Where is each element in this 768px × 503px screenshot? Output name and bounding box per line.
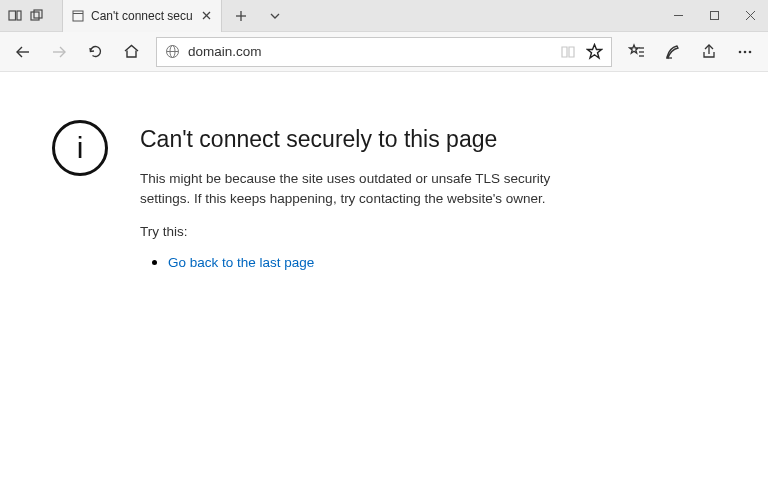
go-back-link[interactable]: Go back to the last page <box>168 255 314 270</box>
reading-view-icon[interactable] <box>560 44 576 60</box>
try-list: Go back to the last page <box>140 253 600 271</box>
svg-rect-3 <box>34 10 42 18</box>
maximize-button[interactable] <box>696 0 732 32</box>
svg-point-28 <box>749 50 752 53</box>
error-page: i Can't connect securely to this page Th… <box>0 72 768 271</box>
browser-tab[interactable]: Can't connect securely t <box>62 0 222 32</box>
address-bar[interactable]: domain.com <box>156 37 612 67</box>
info-icon-column: i <box>40 120 120 271</box>
tab-title: Can't connect securely t <box>91 9 193 23</box>
tab-close-button[interactable] <box>199 9 213 23</box>
svg-point-26 <box>739 50 742 53</box>
notes-button[interactable] <box>656 36 690 68</box>
svg-rect-0 <box>9 11 16 20</box>
error-body: This might be because the site uses outd… <box>140 169 600 208</box>
try-this-label: Try this: <box>140 224 600 239</box>
new-tab-button[interactable] <box>226 0 256 32</box>
window-controls <box>660 0 768 32</box>
refresh-button[interactable] <box>78 36 112 68</box>
show-tabs-button[interactable] <box>28 7 46 25</box>
tab-preview-button[interactable] <box>260 0 290 32</box>
share-button[interactable] <box>692 36 726 68</box>
more-button[interactable] <box>728 36 762 68</box>
svg-rect-2 <box>31 12 39 20</box>
titlebar: Can't connect securely t <box>0 0 768 32</box>
page-icon <box>71 9 85 23</box>
address-bar-actions <box>560 43 603 60</box>
close-window-button[interactable] <box>732 0 768 32</box>
info-icon: i <box>52 120 108 176</box>
error-title: Can't connect securely to this page <box>140 126 600 153</box>
back-button[interactable] <box>6 36 40 68</box>
svg-marker-19 <box>588 45 602 59</box>
favorite-star-icon[interactable] <box>586 43 603 60</box>
set-aside-tabs-button[interactable] <box>6 7 24 25</box>
svg-point-27 <box>744 50 747 53</box>
svg-rect-4 <box>73 11 83 21</box>
forward-button[interactable] <box>42 36 76 68</box>
list-item: Go back to the last page <box>168 253 600 271</box>
minimize-button[interactable] <box>660 0 696 32</box>
url-text: domain.com <box>188 44 552 59</box>
titlebar-left: Can't connect securely t <box>0 0 290 32</box>
address-bar-container: domain.com <box>156 37 612 67</box>
info-glyph: i <box>77 133 84 163</box>
error-message-column: Can't connect securely to this page This… <box>140 120 600 271</box>
toolbar: domain.com <box>0 32 768 72</box>
globe-icon <box>165 44 180 59</box>
svg-marker-20 <box>630 45 639 53</box>
home-button[interactable] <box>114 36 148 68</box>
svg-rect-11 <box>710 12 718 20</box>
favorites-list-button[interactable] <box>620 36 654 68</box>
svg-rect-1 <box>17 11 21 20</box>
